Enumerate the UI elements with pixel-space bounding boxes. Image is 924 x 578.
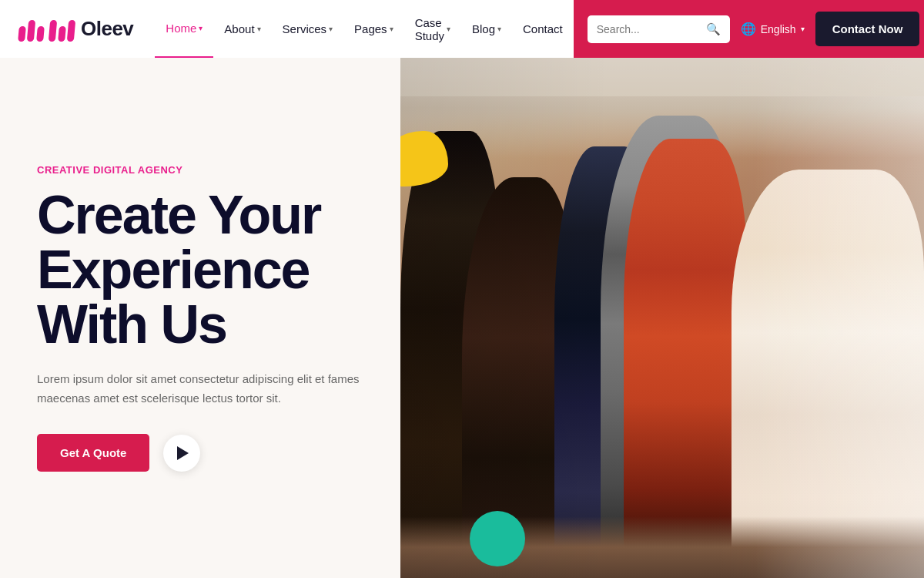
chevron-down-icon: ▾ bbox=[257, 25, 261, 33]
hero-badge: Creative Digital Agency bbox=[37, 164, 362, 176]
chevron-down-icon: ▾ bbox=[199, 24, 203, 32]
play-button[interactable] bbox=[163, 435, 200, 472]
nav-item-blog[interactable]: Blog ▾ bbox=[461, 0, 512, 58]
navbar: Oleev Home ▾ About ▾ Services ▾ Pages ▾ … bbox=[0, 0, 924, 58]
hero-title: Create Your Experience With Us bbox=[37, 188, 362, 353]
logo-text: Oleev bbox=[81, 17, 133, 41]
globe-icon: 🌐 bbox=[741, 22, 756, 36]
search-icon[interactable]: 🔍 bbox=[706, 22, 721, 36]
logo-icon bbox=[18, 17, 75, 42]
chevron-down-icon: ▾ bbox=[447, 25, 450, 33]
search-box[interactable]: 🔍 bbox=[588, 15, 730, 43]
language-selector[interactable]: 🌐 English ▾ bbox=[741, 22, 805, 36]
hero-description: Lorem ipsum dolor sit amet consectetur a… bbox=[37, 370, 362, 408]
hero-image bbox=[400, 58, 924, 578]
nav-item-about[interactable]: About ▾ bbox=[213, 0, 271, 58]
chevron-down-icon: ▾ bbox=[329, 25, 333, 33]
nav-item-contact[interactable]: Contact bbox=[512, 0, 574, 58]
nav-item-services[interactable]: Services ▾ bbox=[272, 0, 344, 58]
chevron-down-icon: ▾ bbox=[390, 25, 393, 33]
hero-section: Creative Digital Agency Create Your Expe… bbox=[0, 58, 924, 578]
search-input[interactable] bbox=[597, 23, 700, 35]
play-circle bbox=[163, 435, 200, 472]
chevron-down-icon: ▾ bbox=[801, 25, 805, 33]
hero-left: Creative Digital Agency Create Your Expe… bbox=[0, 58, 400, 578]
nav-item-case-study[interactable]: Case Study ▾ bbox=[404, 0, 461, 58]
contact-now-button[interactable]: Contact Now bbox=[815, 12, 920, 46]
play-arrow-icon bbox=[177, 446, 189, 460]
logo[interactable]: Oleev bbox=[0, 17, 149, 42]
nav-item-home[interactable]: Home ▾ bbox=[155, 0, 213, 58]
hero-actions: Get A Quote bbox=[37, 434, 362, 472]
hero-right bbox=[400, 58, 924, 578]
navbar-right: 🔍 🌐 English ▾ Contact Now bbox=[574, 0, 924, 58]
nav-item-pages[interactable]: Pages ▾ bbox=[343, 0, 404, 58]
language-label: English bbox=[761, 23, 796, 35]
get-quote-button[interactable]: Get A Quote bbox=[37, 434, 149, 472]
nav-links: Home ▾ About ▾ Services ▾ Pages ▾ Case S… bbox=[149, 0, 573, 58]
chevron-down-icon: ▾ bbox=[497, 25, 501, 33]
green-blob-decoration bbox=[470, 511, 525, 566]
